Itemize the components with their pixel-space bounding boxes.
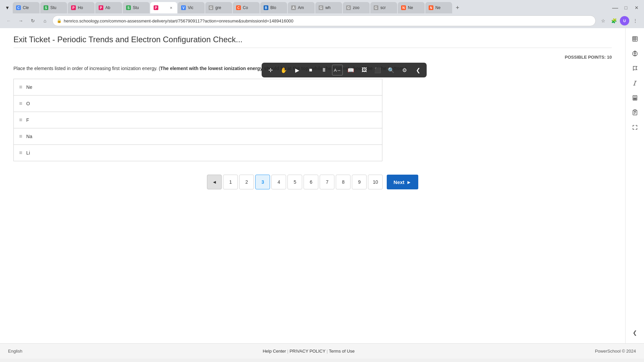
forward-button[interactable]: → bbox=[16, 16, 25, 25]
page-button-7[interactable]: 7 bbox=[320, 175, 334, 189]
tab-close-active[interactable]: ✕ bbox=[168, 5, 174, 10]
drag-item-na[interactable]: ≡ Na bbox=[14, 128, 382, 145]
stop-tool[interactable]: ■ bbox=[305, 65, 316, 75]
tab-am[interactable]: A Am bbox=[288, 2, 315, 13]
tab-icon-zoo: G bbox=[346, 5, 351, 10]
tab-label-ne2: Ne bbox=[435, 5, 440, 10]
address-field[interactable]: 🔒 henrico.schoology.com/common-assessmen… bbox=[52, 15, 596, 26]
page-button-2[interactable]: 2 bbox=[239, 175, 254, 189]
maximize-button[interactable]: □ bbox=[621, 3, 631, 12]
tab-active[interactable]: P ✕ bbox=[150, 2, 177, 13]
tab-dropdown[interactable]: ▼ bbox=[3, 3, 12, 12]
book-tool[interactable]: 📖 bbox=[345, 65, 356, 75]
page-button-9[interactable]: 9 bbox=[352, 175, 367, 189]
tab-stu1[interactable]: S Stu bbox=[40, 2, 67, 13]
page-button-5[interactable]: 5 bbox=[287, 175, 302, 189]
drag-item-li[interactable]: ≡ Li bbox=[14, 145, 382, 161]
tab-label-stu1: Stu bbox=[50, 5, 56, 10]
sidebar-flag-tool[interactable] bbox=[628, 62, 642, 75]
possible-points-value: 10 bbox=[607, 55, 612, 60]
svg-point-20 bbox=[636, 98, 636, 99]
new-tab-button[interactable]: + bbox=[453, 3, 462, 12]
pagination: ◄ 1 2 3 4 5 6 7 8 9 10 Next ► bbox=[13, 175, 612, 189]
page-button-1[interactable]: 1 bbox=[223, 175, 238, 189]
tab-gre[interactable]: G gre bbox=[205, 2, 232, 13]
right-sidebar: ❮ bbox=[625, 28, 644, 343]
profile-button[interactable]: U bbox=[620, 16, 629, 25]
tab-ne2[interactable]: N Ne bbox=[425, 2, 452, 13]
prev-page-button[interactable]: ◄ bbox=[207, 175, 222, 189]
tab-ab[interactable]: P Ab bbox=[95, 2, 122, 13]
collapse-tool[interactable]: ❮ bbox=[413, 65, 423, 75]
sidebar-expand-tool[interactable] bbox=[628, 121, 642, 134]
address-actions: ☆ 🧩 U ⋮ bbox=[598, 16, 640, 25]
sidebar-collapse-button[interactable]: ❮ bbox=[628, 326, 642, 339]
tab-ne1[interactable]: N Ne bbox=[398, 2, 425, 13]
tab-stu2[interactable]: S Stu bbox=[123, 2, 150, 13]
tab-label-ne1: Ne bbox=[408, 5, 413, 10]
possible-points: POSSIBLE POINTS: 10 bbox=[13, 55, 612, 60]
image-tool[interactable]: 🖼 bbox=[359, 65, 370, 75]
tab-cle[interactable]: C Cle bbox=[13, 2, 40, 13]
drag-item-f[interactable]: ≡ F bbox=[14, 112, 382, 128]
tab-vic[interactable]: V Vic bbox=[178, 2, 205, 13]
sidebar-calculator-tool[interactable] bbox=[628, 91, 642, 105]
svg-rect-28 bbox=[634, 110, 636, 111]
play-tool[interactable]: ▶ bbox=[292, 65, 303, 75]
tab-icon-ab: P bbox=[99, 5, 103, 10]
tab-label-scr: scr bbox=[380, 5, 386, 10]
svg-rect-17 bbox=[634, 96, 636, 97]
reload-button[interactable]: ↻ bbox=[28, 16, 38, 25]
footer-help-center[interactable]: Help Center bbox=[263, 349, 286, 354]
sidebar-accessibility-tool[interactable] bbox=[628, 47, 642, 60]
tab-icon-wh: G bbox=[319, 5, 323, 10]
tab-icon-cle: C bbox=[16, 5, 21, 10]
screen-tool[interactable]: ⬛ bbox=[372, 65, 383, 75]
drag-item-o[interactable]: ≡ O bbox=[14, 96, 382, 112]
page-button-3[interactable]: 3 bbox=[255, 175, 270, 189]
tab-blo[interactable]: B Blo bbox=[260, 2, 287, 13]
footer-language: English bbox=[8, 349, 22, 354]
next-button-arrow: ► bbox=[407, 179, 412, 185]
hand-tool[interactable]: ✋ bbox=[278, 65, 289, 75]
drag-item-ne[interactable]: ≡ Ne bbox=[14, 79, 382, 96]
back-button[interactable]: ← bbox=[4, 16, 13, 25]
sidebar-italic-tool[interactable] bbox=[628, 76, 642, 90]
footer-copyright: PowerSchool © 2024 bbox=[595, 349, 636, 354]
page-button-4[interactable]: 4 bbox=[271, 175, 286, 189]
tab-label-am: Am bbox=[298, 5, 304, 10]
tab-zoo[interactable]: G zoo bbox=[343, 2, 370, 13]
tab-icon-ho: P bbox=[71, 5, 76, 10]
move-tool[interactable]: ✛ bbox=[265, 65, 276, 75]
tab-icon-ne1: N bbox=[401, 5, 406, 10]
page-button-10[interactable]: 10 bbox=[368, 175, 383, 189]
search-tool[interactable]: 🔍 bbox=[386, 65, 396, 75]
close-window-button[interactable]: ✕ bbox=[632, 3, 641, 12]
drag-label-f: F bbox=[26, 117, 29, 123]
pause-tool[interactable]: ⏸ bbox=[319, 65, 329, 75]
extensions-button[interactable]: 🧩 bbox=[609, 16, 619, 25]
settings-tool[interactable]: ⚙ bbox=[399, 65, 410, 75]
address-bar: ← → ↻ ⌂ 🔒 henrico.schoology.com/common-a… bbox=[0, 13, 644, 28]
page-button-6[interactable]: 6 bbox=[304, 175, 318, 189]
tab-ho[interactable]: P Ho bbox=[68, 2, 95, 13]
footer-terms-of-use[interactable]: Terms of Use bbox=[329, 349, 355, 354]
page-button-8[interactable]: 8 bbox=[336, 175, 351, 189]
tab-co[interactable]: C Co bbox=[233, 2, 260, 13]
footer-privacy-policy[interactable]: PRIVACY POLICY bbox=[289, 349, 325, 354]
menu-button[interactable]: ⋮ bbox=[631, 16, 640, 25]
sidebar-list-tool[interactable] bbox=[628, 32, 642, 46]
translate-tool[interactable]: A↔ bbox=[332, 65, 343, 75]
home-button[interactable]: ⌂ bbox=[40, 16, 50, 25]
minimize-button[interactable]: — bbox=[610, 3, 620, 12]
tab-icon-stu1: S bbox=[44, 5, 48, 10]
tab-icon-blo: B bbox=[264, 5, 268, 10]
tab-scr[interactable]: G scr bbox=[370, 2, 397, 13]
bookmark-button[interactable]: ☆ bbox=[598, 16, 608, 25]
floating-toolbar: ✛ ✋ ▶ ■ ⏸ A↔ 📖 🖼 ⬛ 🔍 ⚙ ❮ bbox=[262, 63, 427, 77]
sidebar-notepad-tool[interactable] bbox=[628, 106, 642, 119]
tab-bar: ▼ C Cle S Stu P Ho P Ab S Stu P ✕ V Vi bbox=[0, 0, 644, 13]
tab-wh[interactable]: G wh bbox=[315, 2, 342, 13]
next-button[interactable]: Next ► bbox=[387, 175, 418, 189]
footer-sep1: | bbox=[287, 349, 288, 354]
